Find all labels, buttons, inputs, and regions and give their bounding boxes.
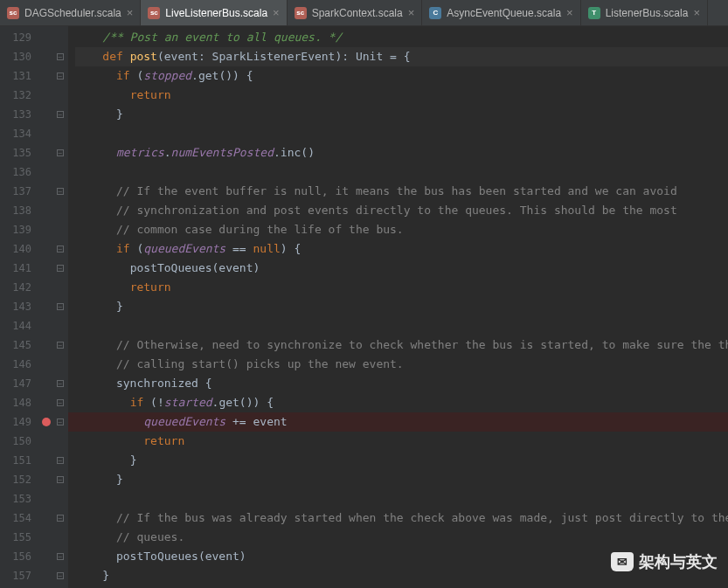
fold-slot[interactable] bbox=[52, 278, 68, 297]
fold-slot[interactable]: − bbox=[52, 336, 68, 355]
code-line[interactable]: if (queuedEvents == null) { bbox=[75, 239, 728, 259]
breakpoint-slot[interactable] bbox=[40, 432, 52, 451]
fold-toggle-icon[interactable]: − bbox=[57, 188, 64, 195]
code-line[interactable]: // common case during the life of the bu… bbox=[75, 220, 728, 239]
fold-slot[interactable]: − bbox=[52, 470, 68, 489]
code-line[interactable]: if (stopped.get()) { bbox=[75, 66, 728, 86]
code-line[interactable]: def post(event: SparkListenerEvent): Uni… bbox=[75, 47, 728, 66]
fold-slot[interactable] bbox=[52, 355, 68, 374]
fold-slot[interactable]: − bbox=[52, 566, 68, 585]
close-icon[interactable]: × bbox=[273, 7, 280, 18]
fold-slot[interactable]: − bbox=[52, 451, 68, 470]
tab-dagscheduler-scala[interactable]: scDAGScheduler.scala× bbox=[0, 0, 141, 25]
fold-toggle-icon[interactable]: − bbox=[57, 149, 64, 156]
fold-toggle-icon[interactable]: − bbox=[57, 111, 64, 118]
fold-toggle-icon[interactable]: − bbox=[57, 399, 64, 406]
breakpoint-slot[interactable] bbox=[40, 163, 52, 182]
fold-slot[interactable] bbox=[52, 86, 68, 105]
breakpoint-gutter[interactable] bbox=[40, 26, 52, 588]
code-line[interactable]: return bbox=[75, 278, 728, 297]
fold-slot[interactable] bbox=[52, 528, 68, 547]
breakpoint-slot[interactable] bbox=[40, 374, 52, 393]
code-line[interactable]: } bbox=[75, 297, 728, 316]
code-line[interactable]: postToQueues(event) bbox=[75, 259, 728, 278]
fold-toggle-icon[interactable]: − bbox=[57, 303, 64, 310]
fold-toggle-icon[interactable]: − bbox=[57, 380, 64, 387]
fold-slot[interactable] bbox=[52, 163, 68, 182]
breakpoint-slot[interactable] bbox=[40, 86, 52, 105]
fold-slot[interactable] bbox=[52, 201, 68, 220]
fold-slot[interactable]: − bbox=[52, 239, 68, 259]
fold-slot[interactable] bbox=[52, 28, 68, 47]
fold-slot[interactable]: − bbox=[52, 393, 68, 412]
fold-slot[interactable]: − bbox=[52, 66, 68, 86]
code-line[interactable]: /** Post an event to all queues. */ bbox=[75, 28, 728, 47]
fold-slot[interactable]: − bbox=[52, 297, 68, 316]
code-line-breakpoint[interactable]: queuedEvents += event bbox=[68, 412, 728, 432]
fold-slot[interactable]: − bbox=[52, 182, 68, 201]
close-icon[interactable]: × bbox=[408, 7, 415, 18]
code-line[interactable]: // synchronization and post events direc… bbox=[75, 201, 728, 220]
close-icon[interactable]: × bbox=[693, 7, 700, 18]
fold-slot[interactable] bbox=[52, 220, 68, 239]
close-icon[interactable]: × bbox=[566, 7, 573, 18]
breakpoint-icon[interactable] bbox=[42, 418, 51, 426]
breakpoint-slot[interactable] bbox=[40, 143, 52, 163]
fold-slot[interactable]: − bbox=[52, 47, 68, 66]
fold-slot[interactable]: − bbox=[52, 508, 68, 528]
fold-toggle-icon[interactable]: − bbox=[57, 419, 64, 425]
code-line[interactable]: } bbox=[75, 451, 728, 470]
breakpoint-slot[interactable] bbox=[40, 297, 52, 316]
breakpoint-slot[interactable] bbox=[40, 355, 52, 374]
breakpoint-slot[interactable] bbox=[40, 489, 52, 508]
fold-slot[interactable]: − bbox=[52, 259, 68, 278]
breakpoint-slot[interactable] bbox=[40, 220, 52, 239]
fold-slot[interactable]: − bbox=[52, 547, 68, 566]
fold-slot[interactable] bbox=[52, 432, 68, 451]
code-line[interactable]: // calling start() picks up the new even… bbox=[75, 355, 728, 374]
breakpoint-slot[interactable] bbox=[40, 451, 52, 470]
breakpoint-slot[interactable] bbox=[40, 105, 52, 124]
code-line[interactable]: // If the bus was already started when t… bbox=[75, 508, 728, 528]
fold-slot[interactable]: − bbox=[52, 374, 68, 393]
code-line[interactable]: return bbox=[75, 86, 728, 105]
code-line[interactable]: // Otherwise, need to synchronize to che… bbox=[75, 336, 728, 355]
breakpoint-slot[interactable] bbox=[40, 201, 52, 220]
breakpoint-slot[interactable] bbox=[40, 316, 52, 336]
breakpoint-slot[interactable] bbox=[40, 393, 52, 412]
breakpoint-slot[interactable] bbox=[40, 336, 52, 355]
code-line[interactable]: } bbox=[75, 470, 728, 489]
tab-asynceventqueue-scala[interactable]: CAsyncEventQueue.scala× bbox=[422, 0, 580, 25]
close-icon[interactable]: × bbox=[127, 7, 134, 18]
fold-gutter[interactable]: −−−−−−−−−−−−−−−−− bbox=[52, 26, 68, 588]
breakpoint-slot[interactable] bbox=[40, 239, 52, 259]
fold-toggle-icon[interactable]: − bbox=[57, 457, 64, 464]
breakpoint-slot[interactable] bbox=[40, 47, 52, 66]
tab-livelistenerbus-scala[interactable]: scLiveListenerBus.scala× bbox=[141, 0, 287, 25]
tab-listenerbus-scala[interactable]: TListenerBus.scala× bbox=[581, 0, 708, 25]
code-viewport[interactable]: /** Post an event to all queues. */ def … bbox=[68, 26, 728, 588]
breakpoint-slot[interactable] bbox=[40, 547, 52, 566]
code-line[interactable]: // If the event buffer is null, it means… bbox=[75, 182, 728, 201]
code-line[interactable] bbox=[75, 489, 728, 508]
fold-toggle-icon[interactable]: − bbox=[57, 553, 64, 560]
breakpoint-slot[interactable] bbox=[40, 124, 52, 143]
fold-slot[interactable]: − bbox=[52, 143, 68, 163]
fold-toggle-icon[interactable]: − bbox=[57, 53, 64, 60]
code-line[interactable] bbox=[75, 163, 728, 182]
breakpoint-slot[interactable] bbox=[40, 259, 52, 278]
code-line[interactable]: synchronized { bbox=[75, 374, 728, 393]
breakpoint-slot[interactable] bbox=[40, 278, 52, 297]
fold-toggle-icon[interactable]: − bbox=[57, 342, 64, 349]
fold-toggle-icon[interactable]: − bbox=[57, 73, 64, 80]
breakpoint-slot[interactable] bbox=[40, 182, 52, 201]
breakpoint-slot[interactable] bbox=[40, 66, 52, 86]
fold-slot[interactable] bbox=[52, 124, 68, 143]
breakpoint-slot[interactable] bbox=[40, 28, 52, 47]
breakpoint-slot[interactable] bbox=[40, 508, 52, 528]
fold-toggle-icon[interactable]: − bbox=[57, 265, 64, 272]
code-line[interactable]: // queues. bbox=[75, 528, 728, 547]
breakpoint-slot[interactable] bbox=[40, 528, 52, 547]
fold-slot[interactable] bbox=[52, 316, 68, 336]
tab-sparkcontext-scala[interactable]: scSparkContext.scala× bbox=[288, 0, 423, 25]
